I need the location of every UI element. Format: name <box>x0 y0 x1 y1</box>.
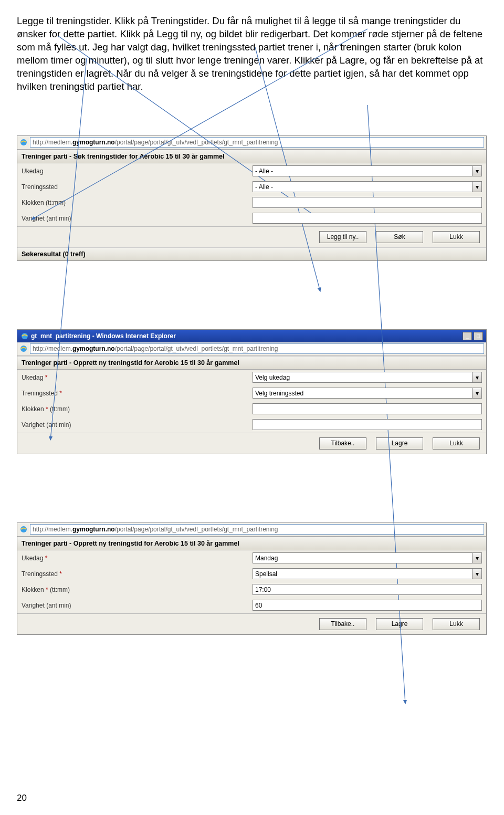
label-ukedag: Ukedag * <box>22 374 253 381</box>
chevron-down-icon: ▾ <box>472 166 481 176</box>
address-bar: http://medlem.gymogturn.no/portal/page/p… <box>17 136 486 150</box>
close-button[interactable]: Lukk <box>433 231 480 243</box>
label-ukedag: Ukedag * <box>22 555 253 562</box>
url-prefix: http://medlem. <box>33 345 72 352</box>
label-sted: Treningssted <box>22 183 253 191</box>
close-button[interactable]: Lukk <box>433 437 480 450</box>
input-varighet-value: 60 <box>255 602 262 609</box>
screenshot-panel-create-empty: gt_mnt_partitrening - Windows Internet E… <box>17 329 487 454</box>
label-sted: Treningssted * <box>22 390 253 397</box>
label-klokken: Klokken (tt:mm) <box>22 199 253 206</box>
select-ukedag-value: Velg ukedag <box>255 374 290 381</box>
chevron-down-icon: ▾ <box>472 372 481 382</box>
input-varighet[interactable]: 60 <box>253 600 482 611</box>
save-button[interactable]: Lagre <box>376 437 423 450</box>
url-path: /portal/page/portal/gt_utv/vedl_portlets… <box>115 526 278 533</box>
screenshot-panel-search: http://medlem.gymogturn.no/portal/page/p… <box>17 135 487 261</box>
input-klokken[interactable] <box>253 197 482 208</box>
chevron-down-icon: ▾ <box>472 388 481 398</box>
select-ukedag[interactable]: Mandag▾ <box>253 552 482 563</box>
label-klokken: Klokken * (tt:mm) <box>22 405 253 413</box>
url-field[interactable]: http://medlem.gymogturn.no/portal/page/p… <box>30 137 484 148</box>
chevron-down-icon: ▾ <box>472 182 481 192</box>
input-klokken[interactable]: 17:00 <box>253 584 482 595</box>
save-button[interactable]: Lagre <box>376 618 423 630</box>
url-host: gymogturn.no <box>72 526 115 533</box>
url-path: /portal/page/portal/gt_utv/vedl_portlets… <box>115 345 278 352</box>
search-button[interactable]: Søk <box>376 231 423 243</box>
panel-result-header: Søkeresultat (0 treff) <box>17 247 486 260</box>
required-mark: * <box>59 570 62 578</box>
back-button[interactable]: Tilbake.. <box>319 437 366 450</box>
screenshot-panel-create-filled: http://medlem.gymogturn.no/portal/page/p… <box>17 523 487 635</box>
select-sted-value: Speilsal <box>255 570 277 578</box>
intro-paragraph: Legge til treningstider. Klikk på Trenin… <box>17 15 487 93</box>
url-path: /portal/page/portal/gt_utv/vedl_portlets… <box>115 139 278 146</box>
window-title-text: gt_mnt_partitrening - Windows Internet E… <box>31 332 176 340</box>
select-sted-value: Velg treningssted <box>255 390 303 397</box>
ie-icon <box>19 138 28 147</box>
input-varighet[interactable] <box>253 419 482 430</box>
label-klokken: Klokken * (tt:mm) <box>22 586 253 593</box>
minimize-button[interactable]: _ <box>463 332 472 340</box>
panel-header: Treninger parti - Opprett ny treningstid… <box>17 356 486 370</box>
ie-icon <box>19 344 28 353</box>
url-host: gymogturn.no <box>72 139 115 146</box>
required-mark: * <box>59 390 62 397</box>
label-sted: Treningssted * <box>22 570 253 578</box>
select-ukedag[interactable]: Velg ukedag▾ <box>253 372 482 383</box>
select-sted[interactable]: - Alle -▾ <box>253 181 482 192</box>
required-mark: * <box>45 374 48 381</box>
panel-header: Treninger parti - Søk treningstider for … <box>17 150 486 163</box>
url-host: gymogturn.no <box>72 345 115 352</box>
select-sted-value: - Alle - <box>255 183 273 191</box>
input-klokken[interactable] <box>253 403 482 414</box>
select-ukedag-value: Mandag <box>255 555 278 562</box>
select-sted[interactable]: Speilsal▾ <box>253 568 482 579</box>
address-bar: http://medlem.gymogturn.no/portal/page/p… <box>17 342 486 356</box>
input-varighet[interactable] <box>253 213 482 224</box>
ie-icon <box>19 525 28 534</box>
url-prefix: http://medlem. <box>33 526 72 533</box>
label-varighet: Varighet (ant min) <box>22 421 253 429</box>
back-button[interactable]: Tilbake.. <box>319 618 366 630</box>
label-varighet: Varighet (ant min) <box>22 602 253 609</box>
close-button[interactable]: Lukk <box>433 618 480 630</box>
add-new-button[interactable]: Legg til ny.. <box>319 231 366 243</box>
chevron-down-icon: ▾ <box>472 569 481 579</box>
page-number: 20 <box>17 793 27 803</box>
window-titlebar: gt_mnt_partitrening - Windows Internet E… <box>17 330 486 342</box>
label-varighet: Varighet (ant min) <box>22 215 253 222</box>
required-mark: * <box>45 555 48 562</box>
select-ukedag[interactable]: - Alle -▾ <box>253 165 482 176</box>
select-ukedag-value: - Alle - <box>255 168 273 175</box>
select-sted[interactable]: Velg treningssted▾ <box>253 388 482 399</box>
input-klokken-value: 17:00 <box>255 586 271 593</box>
address-bar: http://medlem.gymogturn.no/portal/page/p… <box>17 523 486 537</box>
url-field[interactable]: http://medlem.gymogturn.no/portal/page/p… <box>30 343 484 354</box>
chevron-down-icon: ▾ <box>472 553 481 563</box>
url-field[interactable]: http://medlem.gymogturn.no/portal/page/p… <box>30 524 484 535</box>
panel-header: Treninger parti - Opprett ny treningstid… <box>17 537 486 550</box>
url-prefix: http://medlem. <box>33 139 72 146</box>
ie-icon <box>20 332 29 340</box>
label-ukedag: Ukedag <box>22 168 253 175</box>
maximize-button[interactable]: □ <box>474 332 483 340</box>
